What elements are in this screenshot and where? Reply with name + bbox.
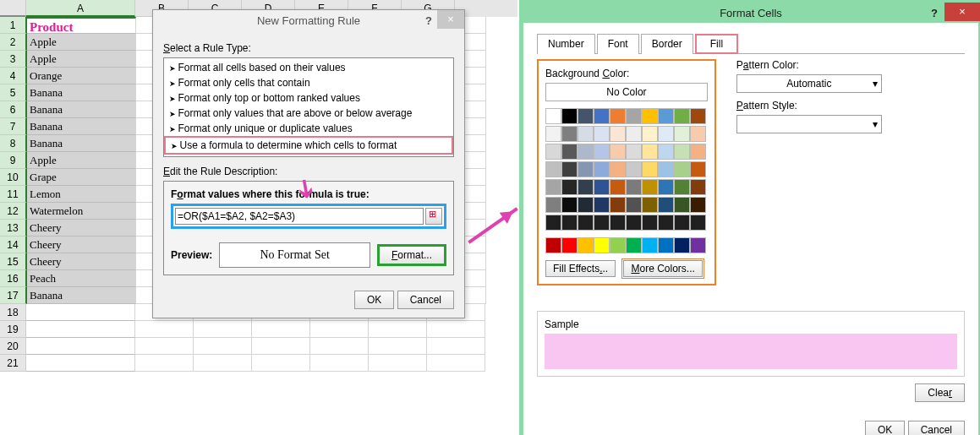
color-swatch[interactable] — [626, 108, 642, 124]
tab-border[interactable]: Border — [641, 34, 693, 54]
cell[interactable]: Apple — [27, 152, 136, 169]
cell[interactable]: Banana — [27, 118, 136, 135]
color-swatch[interactable] — [658, 215, 674, 231]
cell[interactable] — [26, 321, 135, 338]
color-swatch[interactable] — [690, 108, 706, 124]
cell[interactable]: Banana — [27, 101, 136, 118]
color-swatch[interactable] — [594, 161, 610, 177]
color-swatch[interactable] — [674, 215, 690, 231]
color-swatch[interactable] — [658, 197, 674, 213]
color-swatch[interactable] — [561, 179, 578, 195]
rule-type-item[interactable]: Format only top or bottom ranked values — [164, 90, 453, 106]
cell[interactable] — [310, 355, 369, 372]
color-swatch[interactable] — [578, 179, 594, 195]
cell[interactable] — [369, 355, 427, 372]
row-header[interactable]: 4 — [0, 68, 27, 84]
color-swatch[interactable] — [690, 179, 706, 195]
cell[interactable]: Apple — [27, 51, 136, 68]
row-header[interactable]: 16 — [0, 270, 27, 287]
color-swatch[interactable] — [545, 108, 561, 124]
color-swatch[interactable] — [658, 179, 674, 195]
tab-number[interactable]: Number — [537, 34, 595, 54]
cell[interactable] — [252, 321, 310, 338]
rule-type-item[interactable]: Format all cells based on their values — [164, 60, 453, 75]
color-swatch[interactable] — [561, 144, 578, 160]
clear-button[interactable]: Clear — [915, 383, 965, 402]
color-swatch[interactable] — [545, 197, 561, 213]
color-swatch[interactable] — [610, 237, 626, 253]
cell[interactable]: Watermelon — [27, 203, 136, 220]
color-swatch[interactable] — [545, 215, 561, 231]
cell[interactable]: Apple — [27, 34, 136, 51]
cell[interactable]: Cheery — [27, 253, 136, 270]
color-swatch[interactable] — [626, 126, 642, 142]
color-swatch[interactable] — [545, 179, 561, 195]
color-swatch[interactable] — [610, 179, 626, 195]
color-swatch[interactable] — [594, 237, 610, 253]
color-swatch[interactable] — [690, 237, 706, 253]
row-header[interactable]: 11 — [0, 186, 27, 203]
color-swatch[interactable] — [610, 215, 626, 231]
color-swatch[interactable] — [658, 108, 674, 124]
color-swatch[interactable] — [610, 161, 626, 177]
close-button[interactable]: × — [944, 3, 980, 21]
row-header[interactable]: 1 — [0, 17, 27, 34]
more-colors-button[interactable]: More Colors... — [623, 260, 702, 277]
row-header[interactable]: 8 — [0, 135, 27, 152]
cancel-button[interactable]: Cancel — [908, 421, 965, 435]
color-swatch[interactable] — [690, 144, 706, 160]
row-header[interactable]: 2 — [0, 34, 27, 51]
color-swatch[interactable] — [561, 215, 578, 231]
color-swatch[interactable] — [674, 144, 690, 160]
range-picker-icon[interactable] — [425, 208, 442, 225]
color-swatch[interactable] — [690, 197, 706, 213]
cell[interactable]: Product — [27, 17, 136, 34]
help-button[interactable]: ? — [931, 4, 938, 23]
color-swatch[interactable] — [610, 197, 626, 213]
color-swatch[interactable] — [674, 237, 690, 253]
color-swatch[interactable] — [594, 179, 610, 195]
color-swatch[interactable] — [642, 237, 658, 253]
color-swatch[interactable] — [561, 197, 578, 213]
row-header[interactable]: 14 — [0, 237, 27, 253]
cell[interactable] — [310, 338, 369, 355]
row-header[interactable]: 21 — [0, 355, 26, 372]
pattern-color-select[interactable]: Automatic — [736, 74, 882, 93]
color-swatch[interactable] — [626, 161, 642, 177]
cell[interactable] — [252, 355, 310, 372]
no-color-button[interactable]: No Color — [545, 83, 708, 101]
row-header[interactable]: 17 — [0, 287, 27, 304]
color-swatch[interactable] — [690, 161, 706, 177]
cell[interactable] — [135, 321, 194, 338]
cell[interactable]: Orange — [27, 68, 136, 84]
row-header[interactable]: 6 — [0, 101, 27, 118]
color-swatch[interactable] — [594, 126, 610, 142]
fill-effects-button[interactable]: Fill Effects... — [545, 260, 616, 277]
row-header[interactable]: 13 — [0, 220, 27, 237]
color-swatch[interactable] — [594, 108, 610, 124]
color-swatch[interactable] — [578, 144, 594, 160]
color-swatch[interactable] — [626, 197, 642, 213]
color-swatch[interactable] — [690, 126, 706, 142]
color-swatch[interactable] — [642, 215, 658, 231]
cell[interactable] — [135, 338, 194, 355]
cell[interactable]: Banana — [27, 84, 136, 101]
color-swatch[interactable] — [610, 144, 626, 160]
cell[interactable] — [26, 338, 135, 355]
cell[interactable] — [369, 321, 427, 338]
color-swatch[interactable] — [642, 108, 658, 124]
ok-button[interactable]: OK — [354, 291, 394, 309]
select-all-corner[interactable] — [0, 0, 26, 17]
color-swatch[interactable] — [642, 179, 658, 195]
color-swatch[interactable] — [674, 108, 690, 124]
color-swatch[interactable] — [642, 126, 658, 142]
tab-font[interactable]: Font — [597, 34, 639, 54]
cell[interactable]: Cheery — [27, 220, 136, 237]
color-swatch[interactable] — [674, 161, 690, 177]
cell[interactable] — [252, 338, 310, 355]
row-header[interactable]: 15 — [0, 253, 27, 270]
row-header[interactable]: 19 — [0, 321, 26, 338]
col-header-a[interactable]: A — [26, 0, 135, 17]
color-swatch[interactable] — [545, 161, 561, 177]
color-swatch[interactable] — [658, 237, 674, 253]
